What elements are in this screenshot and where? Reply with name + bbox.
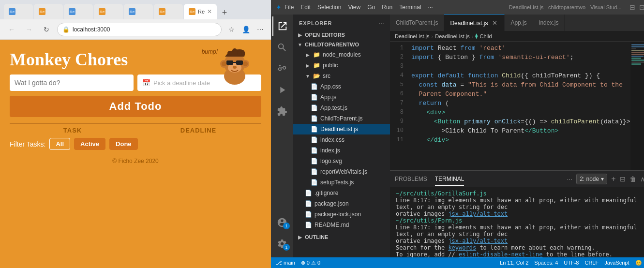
term-line-6: orative images jsx-a11y/alt-text <box>396 238 644 244</box>
term-link-2[interactable]: jsx-a11y/alt-text <box>448 238 508 244</box>
tab-terminal[interactable]: TERMINAL <box>435 173 464 186</box>
back-button[interactable]: ← <box>5 23 18 36</box>
open-editors-arrow: ▶ <box>297 32 303 38</box>
tree-gitignore[interactable]: 📄 .gitignore <box>293 188 390 198</box>
tree-index-css[interactable]: 📄 index.css <box>293 134 390 145</box>
date-placeholder: Pick a deadline date <box>153 79 210 87</box>
editor-tab-close-icon[interactable]: ✕ <box>491 19 498 27</box>
maximize-icon[interactable]: ⊡ <box>639 3 644 11</box>
activity-source-control[interactable] <box>272 59 292 78</box>
browser-tab-5[interactable]: Re <box>124 4 153 19</box>
status-branch[interactable]: ⎇ main <box>276 260 295 266</box>
terminal-trash-icon[interactable]: 🗑 <box>629 175 636 183</box>
profile-icon[interactable]: 👤 <box>240 24 252 35</box>
menu-edit[interactable]: Edit <box>300 4 311 11</box>
tree-deadlinelist-js[interactable]: 📄 DeadlineList.js <box>293 124 390 134</box>
editor-tab-indexjs[interactable]: index.js <box>533 15 565 31</box>
more-options-icon[interactable]: ⋯ <box>255 24 266 35</box>
open-editors-header[interactable]: ▶ OPEN EDITORS <box>293 30 390 40</box>
activity-settings[interactable]: 1 <box>272 234 292 253</box>
tree-index-js[interactable]: 📄 index.js <box>293 145 390 156</box>
tree-reportwebvitals[interactable]: 📄 reportWebVitals.js <box>293 166 390 177</box>
filter-all-button[interactable]: All <box>49 138 70 150</box>
activity-explorer[interactable] <box>272 16 292 36</box>
tree-setuptests[interactable]: 📄 setupTests.js <box>293 177 390 188</box>
filter-done-button[interactable]: Done <box>109 138 138 150</box>
tree-app-js[interactable]: 📄 App.js <box>293 92 390 103</box>
tree-node_modules[interactable]: ▶ 📁 node_modules <box>293 49 390 60</box>
term-keywords-link[interactable]: keywords <box>448 244 476 251</box>
terminal-node-selector[interactable]: 2: node ▾ <box>576 174 607 184</box>
code-line-9: <Button primary onClick={() => childToPa… <box>411 117 630 126</box>
menu-more[interactable]: ··· <box>428 4 433 11</box>
activity-account[interactable]: 1 <box>272 213 292 232</box>
menu-selection[interactable]: Selection <box>317 4 341 11</box>
terminal-add-icon[interactable]: + <box>611 175 615 183</box>
term-eslint-link[interactable]: eslint-disable-next-line <box>459 251 542 257</box>
warning-icon: ⚠ <box>311 260 316 266</box>
status-spaces[interactable]: Spaces: 4 <box>534 260 558 266</box>
new-tab-button[interactable]: + <box>218 6 231 19</box>
tree-app-test-js[interactable]: 📄 App.test.js <box>293 103 390 113</box>
menu-run[interactable]: Run <box>382 4 392 11</box>
browser-tab-1[interactable]: Re <box>4 4 33 19</box>
editor-tab-deadlinelist[interactable]: DeadlineList.js ✕ <box>444 15 505 31</box>
browser-tab-4[interactable]: Re <box>94 4 123 19</box>
activity-search[interactable] <box>272 38 292 57</box>
terminal-up-icon[interactable]: ∧ <box>640 175 644 183</box>
open-editors-label: OPEN EDITORS <box>305 32 345 38</box>
term-link-1[interactable]: jsx-a11y/alt-text <box>448 210 508 217</box>
menu-view[interactable]: View <box>348 4 360 11</box>
project-header[interactable]: ▼ CHILDTOPARENTWO <box>293 40 390 49</box>
status-encoding[interactable]: UTF-8 <box>564 260 579 266</box>
status-eol[interactable]: CRLF <box>584 260 599 266</box>
tab-problems[interactable]: PROBLEMS <box>395 173 427 186</box>
breadcrumb-src[interactable]: DeadlineList.js <box>395 33 430 39</box>
status-language[interactable]: JavaScript <box>604 260 629 266</box>
minimize-icon[interactable]: ⊟ <box>629 3 635 11</box>
outline-header[interactable]: ▶ OUTLINE <box>293 232 390 242</box>
browser-tab-3[interactable]: Re <box>64 4 93 19</box>
activity-run-debug[interactable] <box>272 80 292 100</box>
browser-tab-2[interactable]: Re <box>34 4 63 19</box>
terminal-more-icon[interactable]: ··· <box>567 175 572 183</box>
activity-extensions[interactable] <box>272 102 292 121</box>
term-orative-2: orative images <box>396 238 448 244</box>
task-input[interactable] <box>10 74 134 91</box>
terminal-split-icon[interactable]: ⊟ <box>620 175 626 183</box>
filter-active-button[interactable]: Active <box>74 138 105 150</box>
browser-tab-7[interactable]: Re Re ✕ <box>184 4 217 19</box>
code-editor[interactable]: 12345 678910 11 import React from 'react… <box>390 42 644 170</box>
editor-area: ChildToParent.js DeadlineList.js ✕ App.j… <box>390 15 644 257</box>
tab-close-icon[interactable]: ✕ <box>207 8 212 15</box>
tree-logo-svg[interactable]: 📄 logo.svg <box>293 156 390 166</box>
menu-go[interactable]: Go <box>367 4 375 11</box>
calendar-icon: 📅 <box>142 79 150 87</box>
browser-tab-6[interactable]: Re <box>154 4 183 19</box>
tree-src[interactable]: ▼ 📂 src <box>293 71 390 81</box>
file-icon-app-css: 📄 <box>311 83 318 90</box>
status-errors[interactable]: ⊗ 0 ⚠ 0 <box>301 260 320 266</box>
reload-button[interactable]: ↻ <box>40 23 53 36</box>
tree-public[interactable]: ▶ 📁 public <box>293 60 390 71</box>
menu-terminal[interactable]: Terminal <box>399 4 421 11</box>
bookmark-icon[interactable]: ☆ <box>225 24 237 35</box>
tab-favicon-1: Re <box>9 8 15 15</box>
editor-tab-childtoparent[interactable]: ChildToParent.js <box>390 15 444 31</box>
file-icon-deadlinelist: 📄 <box>311 126 318 133</box>
tree-package-lock[interactable]: 📄 package-lock.json <box>293 209 390 220</box>
add-todo-button[interactable]: Add Todo <box>10 96 261 117</box>
vscode-window: ✦ File Edit Selection View Go Run Termin… <box>271 0 644 268</box>
editor-tab-appjs[interactable]: App.js <box>505 15 533 31</box>
tree-childtoparent-js[interactable]: 📄 ChildToParent.js <box>293 113 390 124</box>
address-bar[interactable]: 🔒 localhost:3000 <box>57 23 222 36</box>
tree-app-css[interactable]: 📄 App.css <box>293 81 390 92</box>
menu-file[interactable]: File <box>285 4 294 11</box>
tree-readme[interactable]: 📄 README.md <box>293 220 390 230</box>
forward-button[interactable]: → <box>22 23 36 36</box>
status-position[interactable]: Ln 11, Col 2 <box>500 260 528 266</box>
status-feedback-icon[interactable]: 😊 <box>635 260 642 266</box>
breadcrumb-symbol[interactable]: Child <box>479 33 492 39</box>
sidebar-more-icon[interactable]: ··· <box>378 19 384 27</box>
tree-package-json[interactable]: 📄 package.json <box>293 198 390 209</box>
